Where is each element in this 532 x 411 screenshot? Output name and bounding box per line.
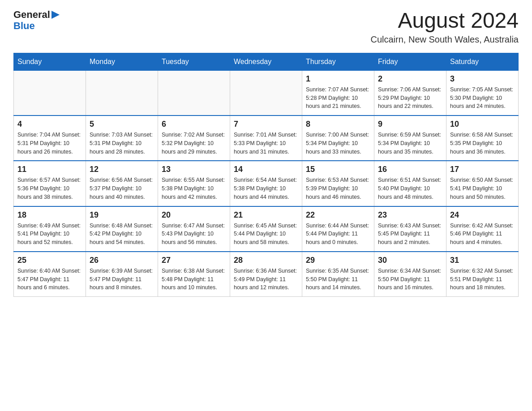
calendar-day-cell: 17Sunrise: 6:50 AM Sunset: 5:41 PM Dayli… <box>446 161 519 206</box>
day-number: 22 <box>306 210 370 220</box>
day-info: Sunrise: 6:44 AM Sunset: 5:44 PM Dayligh… <box>306 222 370 247</box>
calendar-day-cell: 1Sunrise: 7:07 AM Sunset: 5:28 PM Daylig… <box>302 70 374 116</box>
day-number: 9 <box>378 120 442 129</box>
day-info: Sunrise: 6:38 AM Sunset: 5:48 PM Dayligh… <box>162 267 226 292</box>
day-number: 6 <box>162 120 226 129</box>
day-info: Sunrise: 6:48 AM Sunset: 5:42 PM Dayligh… <box>90 222 154 247</box>
day-info: Sunrise: 7:03 AM Sunset: 5:31 PM Dayligh… <box>90 131 154 156</box>
calendar-day-cell: 3Sunrise: 7:05 AM Sunset: 5:30 PM Daylig… <box>446 70 519 116</box>
day-info: Sunrise: 6:55 AM Sunset: 5:38 PM Dayligh… <box>162 176 226 201</box>
day-number: 1 <box>306 74 370 84</box>
day-number: 12 <box>90 165 154 174</box>
calendar-day-cell: 25Sunrise: 6:40 AM Sunset: 5:47 PM Dayli… <box>14 252 86 297</box>
calendar-day-cell: 21Sunrise: 6:45 AM Sunset: 5:44 PM Dayli… <box>230 206 302 252</box>
calendar-day-cell: 28Sunrise: 6:36 AM Sunset: 5:49 PM Dayli… <box>230 252 302 297</box>
day-info: Sunrise: 6:57 AM Sunset: 5:36 PM Dayligh… <box>17 176 82 201</box>
calendar-day-cell <box>86 70 158 116</box>
calendar-day-header-wednesday: Wednesday <box>230 53 302 70</box>
calendar-week-row: 18Sunrise: 6:49 AM Sunset: 5:41 PM Dayli… <box>14 206 519 252</box>
calendar-day-cell: 11Sunrise: 6:57 AM Sunset: 5:36 PM Dayli… <box>14 161 86 206</box>
calendar-day-header-monday: Monday <box>86 53 158 70</box>
logo: General Blue <box>13 9 60 31</box>
calendar-day-cell: 15Sunrise: 6:53 AM Sunset: 5:39 PM Dayli… <box>302 161 374 206</box>
calendar-day-cell: 10Sunrise: 6:58 AM Sunset: 5:35 PM Dayli… <box>446 116 519 161</box>
calendar-title-block: August 2024 Culcairn, New South Wales, A… <box>370 9 519 45</box>
day-number: 18 <box>17 210 82 220</box>
day-info: Sunrise: 7:06 AM Sunset: 5:29 PM Dayligh… <box>378 86 442 111</box>
logo-blue-text: Blue <box>13 20 35 31</box>
day-number: 28 <box>234 256 298 265</box>
calendar-day-cell <box>230 70 302 116</box>
day-number: 4 <box>17 120 82 129</box>
day-number: 16 <box>378 165 442 174</box>
day-number: 8 <box>306 120 370 129</box>
calendar-day-cell: 9Sunrise: 6:59 AM Sunset: 5:34 PM Daylig… <box>374 116 446 161</box>
svg-marker-0 <box>51 11 60 19</box>
calendar-day-header-saturday: Saturday <box>446 53 519 70</box>
day-number: 31 <box>450 256 515 265</box>
calendar-week-row: 25Sunrise: 6:40 AM Sunset: 5:47 PM Dayli… <box>14 252 519 297</box>
calendar-day-cell: 23Sunrise: 6:43 AM Sunset: 5:45 PM Dayli… <box>374 206 446 252</box>
calendar-day-cell <box>158 70 230 116</box>
day-number: 15 <box>306 165 370 174</box>
calendar-week-row: 4Sunrise: 7:04 AM Sunset: 5:31 PM Daylig… <box>14 116 519 161</box>
day-info: Sunrise: 6:43 AM Sunset: 5:45 PM Dayligh… <box>378 222 442 247</box>
logo-triangle-icon <box>51 9 60 19</box>
day-number: 7 <box>234 120 298 129</box>
day-number: 29 <box>306 256 370 265</box>
calendar-subtitle: Culcairn, New South Wales, Australia <box>370 34 519 45</box>
day-info: Sunrise: 6:42 AM Sunset: 5:46 PM Dayligh… <box>450 222 515 247</box>
calendar-day-cell: 22Sunrise: 6:44 AM Sunset: 5:44 PM Dayli… <box>302 206 374 252</box>
day-number: 19 <box>90 210 154 220</box>
day-info: Sunrise: 6:49 AM Sunset: 5:41 PM Dayligh… <box>17 222 82 247</box>
calendar-day-cell: 6Sunrise: 7:02 AM Sunset: 5:32 PM Daylig… <box>158 116 230 161</box>
calendar-day-cell: 27Sunrise: 6:38 AM Sunset: 5:48 PM Dayli… <box>158 252 230 297</box>
calendar-day-cell: 13Sunrise: 6:55 AM Sunset: 5:38 PM Dayli… <box>158 161 230 206</box>
day-info: Sunrise: 6:51 AM Sunset: 5:40 PM Dayligh… <box>378 176 442 201</box>
page-header: General Blue August 2024 Culcairn, New S… <box>13 9 519 45</box>
day-info: Sunrise: 6:39 AM Sunset: 5:47 PM Dayligh… <box>90 267 154 292</box>
calendar-day-cell: 26Sunrise: 6:39 AM Sunset: 5:47 PM Dayli… <box>86 252 158 297</box>
day-info: Sunrise: 6:58 AM Sunset: 5:35 PM Dayligh… <box>450 131 515 156</box>
calendar-day-cell: 7Sunrise: 7:01 AM Sunset: 5:33 PM Daylig… <box>230 116 302 161</box>
day-number: 27 <box>162 256 226 265</box>
day-number: 17 <box>450 165 515 174</box>
day-number: 10 <box>450 120 515 129</box>
day-info: Sunrise: 7:00 AM Sunset: 5:34 PM Dayligh… <box>306 131 370 156</box>
calendar-day-cell: 29Sunrise: 6:35 AM Sunset: 5:50 PM Dayli… <box>302 252 374 297</box>
calendar-day-cell: 19Sunrise: 6:48 AM Sunset: 5:42 PM Dayli… <box>86 206 158 252</box>
day-number: 11 <box>17 165 82 174</box>
day-info: Sunrise: 6:35 AM Sunset: 5:50 PM Dayligh… <box>306 267 370 292</box>
day-number: 3 <box>450 74 515 84</box>
calendar-day-cell: 18Sunrise: 6:49 AM Sunset: 5:41 PM Dayli… <box>14 206 86 252</box>
calendar-day-cell: 31Sunrise: 6:32 AM Sunset: 5:51 PM Dayli… <box>446 252 519 297</box>
calendar-day-cell: 20Sunrise: 6:47 AM Sunset: 5:43 PM Dayli… <box>158 206 230 252</box>
day-info: Sunrise: 6:40 AM Sunset: 5:47 PM Dayligh… <box>17 267 82 292</box>
calendar-header-row: SundayMondayTuesdayWednesdayThursdayFrid… <box>14 53 519 70</box>
calendar-day-cell: 8Sunrise: 7:00 AM Sunset: 5:34 PM Daylig… <box>302 116 374 161</box>
day-number: 26 <box>90 256 154 265</box>
calendar-day-cell: 2Sunrise: 7:06 AM Sunset: 5:29 PM Daylig… <box>374 70 446 116</box>
calendar-table: SundayMondayTuesdayWednesdayThursdayFrid… <box>13 53 519 297</box>
day-info: Sunrise: 6:53 AM Sunset: 5:39 PM Dayligh… <box>306 176 370 201</box>
day-number: 5 <box>90 120 154 129</box>
calendar-day-cell: 4Sunrise: 7:04 AM Sunset: 5:31 PM Daylig… <box>14 116 86 161</box>
calendar-week-row: 11Sunrise: 6:57 AM Sunset: 5:36 PM Dayli… <box>14 161 519 206</box>
calendar-day-cell: 14Sunrise: 6:54 AM Sunset: 5:38 PM Dayli… <box>230 161 302 206</box>
calendar-day-cell <box>14 70 86 116</box>
day-number: 23 <box>378 210 442 220</box>
calendar-day-cell: 12Sunrise: 6:56 AM Sunset: 5:37 PM Dayli… <box>86 161 158 206</box>
calendar-week-row: 1Sunrise: 7:07 AM Sunset: 5:28 PM Daylig… <box>14 70 519 116</box>
calendar-day-cell: 30Sunrise: 6:34 AM Sunset: 5:50 PM Dayli… <box>374 252 446 297</box>
day-number: 14 <box>234 165 298 174</box>
day-number: 13 <box>162 165 226 174</box>
day-info: Sunrise: 6:32 AM Sunset: 5:51 PM Dayligh… <box>450 267 515 292</box>
logo-general-text: General <box>13 9 50 20</box>
day-number: 24 <box>450 210 515 220</box>
day-info: Sunrise: 6:56 AM Sunset: 5:37 PM Dayligh… <box>90 176 154 201</box>
day-info: Sunrise: 6:54 AM Sunset: 5:38 PM Dayligh… <box>234 176 298 201</box>
day-info: Sunrise: 6:45 AM Sunset: 5:44 PM Dayligh… <box>234 222 298 247</box>
day-info: Sunrise: 7:05 AM Sunset: 5:30 PM Dayligh… <box>450 86 515 111</box>
calendar-title: August 2024 <box>370 9 519 33</box>
day-number: 20 <box>162 210 226 220</box>
